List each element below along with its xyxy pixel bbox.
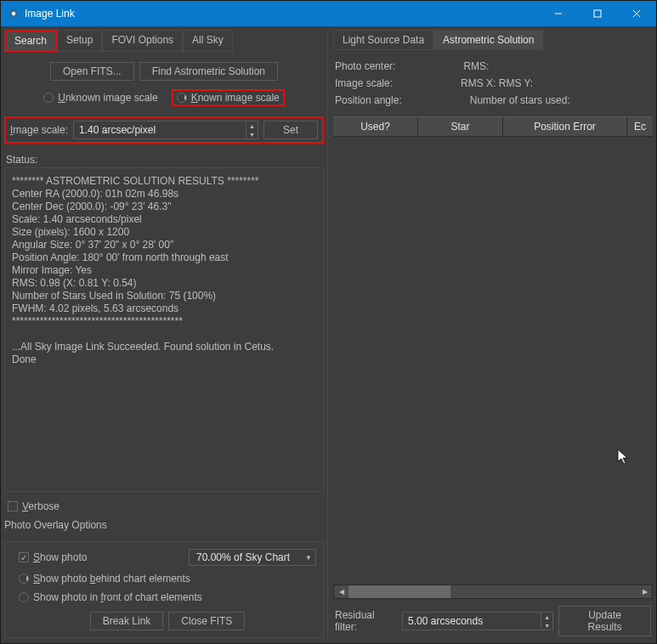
col-extra[interactable]: Ec	[627, 117, 653, 136]
radio-photo-front[interactable]: Show photo in front of chart elements	[19, 591, 316, 603]
coverage-dropdown[interactable]: 70.00% of Sky Chart ▼	[189, 549, 316, 566]
label-rms: RMS:	[463, 60, 489, 72]
image-scale-input[interactable]: ▲ ▼	[73, 121, 258, 139]
radio-unknown-scale[interactable]: Unknown image scale	[43, 89, 157, 106]
scroll-thumb[interactable]	[348, 585, 450, 598]
label-image-scale: Image scale:	[335, 77, 393, 89]
tab-fovi-options[interactable]: FOVI Options	[102, 30, 183, 52]
show-photo-label: Show photo	[33, 551, 87, 563]
window-title: Image Link	[25, 8, 539, 20]
close-button[interactable]	[617, 1, 656, 26]
scale-spin-up[interactable]: ▲	[246, 121, 258, 130]
filter-spin-down[interactable]: ▼	[541, 621, 552, 630]
solution-info: Photo center:RMS: Image scale:RMS X: RMS…	[333, 55, 653, 111]
table-header: Used? Star Position Error Ec	[333, 116, 653, 137]
col-star[interactable]: Star	[418, 117, 503, 136]
svg-rect-3	[594, 10, 601, 17]
status-label: Status:	[6, 154, 324, 166]
radio-unknown-scale-label: Unknown image scale	[58, 92, 157, 104]
open-fits-button[interactable]: Open FITS...	[50, 62, 134, 81]
show-photo-checkbox[interactable]: ✓ Show photo	[19, 551, 87, 563]
overlay-group: ✓ Show photo 70.00% of Sky Chart ▼ Show …	[4, 541, 324, 638]
close-fits-button[interactable]: Close FITS	[168, 612, 245, 630]
scale-spin-down[interactable]: ▼	[246, 130, 258, 138]
tab-search[interactable]: Search	[4, 30, 57, 52]
left-tabs: Search Setup FOVI Options All Sky	[4, 30, 324, 52]
radio-known-scale-label: Known image scale	[191, 92, 280, 104]
break-link-button[interactable]: Break Link	[90, 612, 164, 630]
overlay-group-title: Photo Overlay Options	[4, 519, 324, 531]
residual-filter-input[interactable]: ▲ ▼	[402, 612, 553, 630]
minimize-button[interactable]	[539, 1, 578, 26]
tab-light-source[interactable]: Light Source Data	[333, 30, 433, 50]
label-num-stars: Number of stars used:	[470, 94, 570, 106]
table-body	[333, 137, 653, 585]
tab-setup[interactable]: Setup	[57, 30, 102, 52]
residual-filter-field[interactable]	[403, 613, 541, 629]
verbose-checkbox[interactable]: Verbose	[8, 500, 324, 512]
image-scale-label: Image scale:	[10, 124, 68, 136]
coverage-value: 70.00% of Sky Chart	[196, 551, 290, 563]
tab-astrometric[interactable]: Astrometric Solution	[433, 30, 543, 50]
col-position-error[interactable]: Position Error	[503, 117, 627, 136]
radio-photo-front-label: Show photo in front of chart elements	[33, 591, 202, 603]
maximize-button[interactable]	[578, 1, 617, 26]
label-position-angle: Position angle:	[335, 94, 402, 106]
radio-photo-behind-label: Show photo behind chart elements	[33, 573, 190, 585]
label-rmsxy: RMS X: RMS Y:	[461, 77, 533, 89]
find-solution-button[interactable]: Find Astrometric Solution	[139, 62, 278, 81]
dropdown-arrow-icon: ▼	[305, 554, 312, 562]
radio-photo-behind[interactable]: Show photo behind chart elements	[19, 573, 316, 585]
scroll-left-icon[interactable]: ◀	[334, 585, 348, 598]
verbose-label: Verbose	[22, 500, 59, 512]
scroll-right-icon[interactable]: ▶	[637, 585, 652, 598]
right-tabs: Light Source Data Astrometric Solution	[333, 30, 653, 50]
set-scale-button[interactable]: Set	[263, 121, 318, 139]
app-icon	[8, 8, 20, 20]
tab-all-sky[interactable]: All Sky	[183, 30, 233, 52]
radio-known-scale[interactable]: Known image scale	[172, 89, 285, 106]
status-output: ******** ASTROMETRIC SOLUTION RESULTS **…	[4, 167, 324, 492]
update-results-button[interactable]: Update Results	[558, 606, 651, 636]
image-scale-field[interactable]	[74, 122, 246, 138]
residual-filter-label: Residual filter:	[335, 609, 397, 633]
filter-spin-up[interactable]: ▲	[541, 613, 552, 621]
titlebar: Image Link	[1, 1, 656, 26]
horizontal-scrollbar[interactable]: ◀ ▶	[333, 585, 653, 599]
svg-point-1	[12, 12, 15, 15]
col-used[interactable]: Used?	[333, 117, 418, 136]
label-photo-center: Photo center:	[335, 60, 395, 72]
